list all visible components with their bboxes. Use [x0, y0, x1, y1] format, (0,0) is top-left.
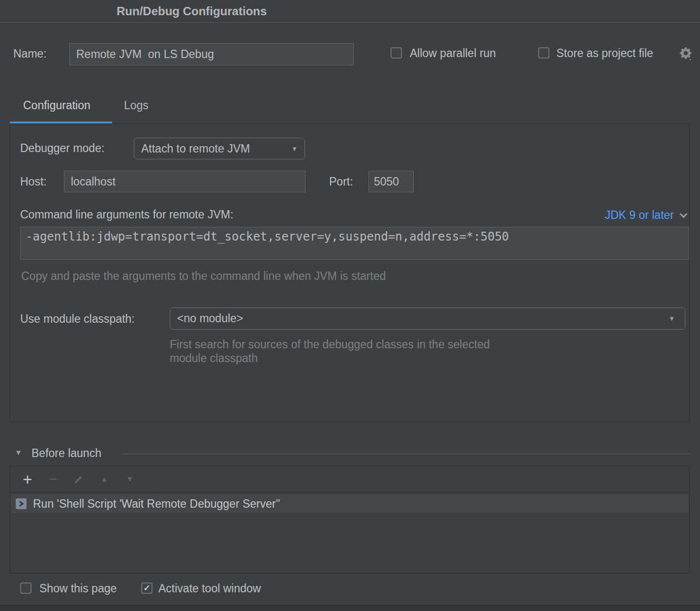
host-input[interactable] [64, 171, 305, 192]
before-launch-toolbar: + − ▲ ▼ [10, 466, 689, 492]
dialog-title: Run/Debug Configurations [117, 4, 267, 18]
debugger-mode-label: Debugger mode: [20, 142, 104, 155]
allow-parallel-run-checkbox[interactable]: ✓ [391, 47, 402, 59]
store-as-project-file-label: Store as project file [556, 47, 653, 60]
chevron-down-icon: ▼ [669, 315, 675, 322]
command-line-args-label: Command line arguments for remote JVM: [20, 208, 233, 221]
debugger-mode-value: Attach to remote JVM [141, 142, 250, 155]
port-label: Port: [329, 175, 353, 188]
chevron-down-icon [680, 211, 688, 218]
port-input[interactable] [368, 171, 414, 192]
dialog-button-bar-edge [0, 605, 700, 611]
tab-logs[interactable]: Logs [124, 99, 149, 112]
host-label: Host: [20, 175, 47, 188]
chevron-down-icon: ▼ [291, 145, 298, 153]
move-down-button[interactable]: ▼ [122, 466, 138, 492]
plus-icon: + [23, 471, 32, 488]
jdk-version-select[interactable]: JDK 9 or later [605, 209, 685, 222]
gear-icon[interactable] [678, 46, 693, 61]
dialog-titlebar: Run/Debug Configurations [0, 0, 700, 23]
check-icon: ✓ [143, 584, 150, 592]
show-this-page-checkbox[interactable]: ✓ [20, 582, 31, 594]
activate-tool-window-label: Activate tool window [158, 582, 261, 595]
minus-icon: − [49, 472, 58, 487]
debugger-mode-select[interactable]: Attach to remote JVM ▼ [134, 138, 305, 159]
pencil-icon [73, 473, 85, 485]
triangle-up-icon: ▲ [100, 475, 108, 483]
before-launch-panel: + − ▲ ▼ Run ' [10, 466, 690, 574]
collapse-triangle-icon[interactable]: ▼ [15, 448, 22, 457]
tab-configuration[interactable]: Configuration [23, 99, 91, 112]
add-task-button[interactable]: + [19, 466, 36, 492]
module-classpath-label: Use module classpath: [20, 312, 135, 326]
before-launch-task-row[interactable]: Run 'Shell Script 'Wait Remote Debugger … [11, 494, 689, 513]
command-line-args-input[interactable] [20, 227, 689, 260]
store-as-project-file-checkbox[interactable]: ✓ [538, 47, 549, 59]
run-debug-configurations-dialog: Run/Debug Configurations Name: ✓ Allow p… [0, 0, 700, 611]
before-launch-task-label: Run 'Shell Script 'Wait Remote Debugger … [33, 497, 280, 511]
activate-tool-window-checkbox[interactable]: ✓ [141, 582, 152, 594]
jdk-version-label: JDK 9 or later [605, 209, 674, 222]
move-up-button[interactable]: ▲ [96, 466, 113, 492]
remove-task-button[interactable]: − [45, 466, 61, 492]
allow-parallel-run-label: Allow parallel run [410, 47, 496, 60]
name-input[interactable] [69, 43, 354, 65]
run-task-icon [16, 498, 27, 509]
name-label: Name: [13, 47, 47, 61]
module-classpath-hint-line2: module classpath [170, 352, 258, 365]
module-classpath-hint-line1: First search for sources of the debugged… [170, 338, 490, 351]
module-classpath-value: <no module> [177, 312, 243, 325]
module-classpath-select[interactable]: <no module> ▼ [170, 307, 685, 330]
configuration-panel: Debugger mode: Attach to remote JVM ▼ Ho… [10, 123, 690, 422]
triangle-down-icon: ▼ [126, 475, 134, 483]
before-launch-title: Before launch [31, 447, 101, 460]
before-launch-separator [122, 454, 690, 454]
show-this-page-label: Show this page [39, 582, 117, 595]
edit-task-button[interactable] [70, 466, 87, 492]
command-line-args-hint: Copy and paste the arguments to the comm… [21, 270, 386, 283]
